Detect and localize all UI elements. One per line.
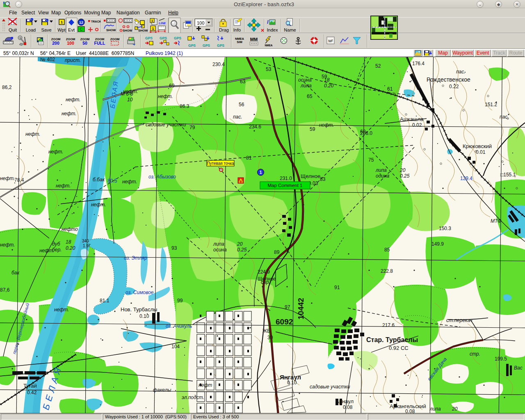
svg-text:MM: MM [250,37,258,42]
svg-text:0.01: 0.01 [476,149,486,155]
svg-text:61: 61 [387,86,393,92]
svg-text:65: 65 [307,94,313,99]
svg-text:Нов. Турбаслы: Нов. Турбаслы [121,306,157,313]
svg-text:LINE: LINE [159,21,166,25]
svg-text:нефт.: нефт. [158,94,173,99]
svg-text:Ашкашла: Ашкашла [400,116,424,122]
svg-text:10: 10 [127,97,133,103]
svg-text:1: 1 [151,19,153,23]
svg-text:нефт.: нефт. [91,202,106,208]
svg-text:SIM: SIM [237,40,242,44]
svg-text:99: 99 [177,298,183,304]
svg-text:Info: Info [233,27,241,32]
svg-text:Wpt: Wpt [57,27,66,32]
svg-text:86.3: 86.3 [180,103,189,109]
svg-text:81: 81 [246,155,252,161]
svg-text:100: 100 [67,41,74,46]
svg-text:Index: Index [267,27,278,32]
svg-text:56: 56 [239,102,244,107]
svg-text:липа: липа [213,241,224,247]
svg-text:Арнаул: Арнаул [336,398,354,404]
svg-text:липа: липа [429,406,441,412]
svg-text:20: 20 [399,167,406,173]
svg-text:60: 60 [360,129,366,135]
svg-text:0.42: 0.42 [27,390,37,395]
svg-text:прист.: прист. [65,57,81,63]
svg-text:ст.перекач: ст.перекач [446,317,472,323]
svg-text:факелы: факелы [153,387,171,393]
svg-text:59: 59 [322,74,327,80]
svg-text:149.9: 149.9 [431,241,444,247]
svg-text:86,2: 86,2 [2,84,12,90]
svg-text:оз. Этляр: оз. Этляр [124,255,147,261]
svg-text:пас.: пас. [233,114,242,120]
svg-text:18: 18 [66,239,71,245]
svg-text:SHOW: SHOW [123,29,132,32]
svg-text:оз. Абызово: оз. Абызово [148,174,176,180]
svg-text:0.20: 0.20 [324,83,334,89]
svg-text:липа: липа [300,83,312,89]
svg-text:нефт.: нефт. [123,89,138,94]
svg-text:нефт.: нефт. [56,183,71,189]
svg-text:эл.подст.: эл.подст. [182,395,204,400]
svg-text:0.20: 0.20 [66,245,75,251]
svg-text:I: I [267,19,269,25]
svg-text:0.10: 0.10 [287,380,297,386]
svg-text:липа: липа [375,167,387,173]
svg-text:53: 53 [266,66,272,72]
svg-text:12: 12 [79,21,83,25]
svg-text:GPS: GPS [188,43,196,48]
svg-text:ЖБ: ЖБ [262,328,270,334]
svg-text:20: 20 [452,406,458,412]
svg-text:сар.: сар. [261,279,270,285]
svg-text:85: 85 [384,247,390,253]
svg-text:80.5: 80.5 [107,178,117,184]
svg-text:0.02: 0.02 [412,122,422,128]
svg-text:C: C [80,27,82,32]
svg-text:30: 30 [267,335,273,340]
svg-text:75: 75 [368,157,374,163]
svg-text:нефт: нефт [199,382,212,388]
svg-text:0.25: 0.25 [400,173,410,179]
svg-text:6092: 6092 [276,317,293,326]
svg-text:151.2: 151.2 [485,102,497,107]
svg-text:10442: 10442 [297,298,305,320]
svg-text:100: 100 [197,21,204,25]
svg-text:230.4: 230.4 [212,62,225,67]
svg-text:176.4: 176.4 [412,61,425,66]
svg-text:0.92 СС: 0.92 СС [389,345,409,351]
svg-text:одина: одина [376,173,390,179]
svg-text:231.0: 231.0 [280,176,292,181]
svg-text:Map Comment 1: Map Comment 1 [267,183,302,188]
svg-text:97: 97 [285,304,290,310]
svg-text:садовые участки: садовые участки [310,384,350,390]
svg-text:93: 93 [171,245,177,251]
svg-text:1: 1 [152,27,154,31]
svg-text:1: 1 [260,170,262,175]
svg-text:199.5: 199.5 [495,356,507,362]
svg-text:Стар. Турбаслы: Стар. Турбаслы [366,336,418,343]
svg-text:нефт.: нефт. [48,149,63,155]
svg-text:бак: бак [11,270,20,276]
svg-text:нефт.: нефт. [0,242,15,248]
svg-text:нефт.: нефт. [122,179,137,185]
svg-text:200: 200 [52,41,59,46]
svg-text:SHOW: SHOW [106,28,116,32]
svg-text:0.08: 0.08 [343,404,353,410]
svg-text:FULL: FULL [94,41,105,46]
svg-text:Save: Save [41,27,51,32]
svg-text:дуб: дуб [52,241,61,247]
svg-text:Путевая точка: Путевая точка [207,161,234,166]
svg-text:№ 402: № 402 [40,57,55,62]
svg-text:нефт.: нефт. [66,97,80,103]
svg-text:1: 1 [61,20,63,24]
svg-text:□155.1: □155.1 [500,172,516,178]
svg-text:МТФ: МТФ [491,218,502,224]
svg-text:89: 89 [274,249,280,255]
svg-text:Drag: Drag [219,27,229,32]
svg-text:0.25: 0.25 [237,247,247,253]
svg-text:нефт.: нефт. [54,307,69,313]
svg-text:Тугай: Тугай [23,383,37,389]
svg-text:104: 104 [171,344,180,349]
svg-text:TRACK: TRACK [91,20,101,23]
